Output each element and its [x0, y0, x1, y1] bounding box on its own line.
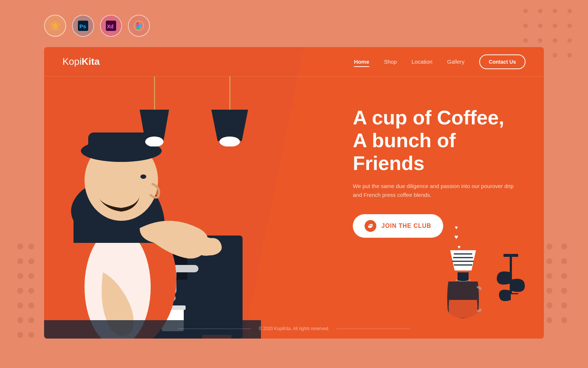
heart-small2: ♥ [458, 244, 460, 250]
svg-point-29 [28, 332, 34, 338]
svg-point-26 [17, 317, 23, 323]
footer: © 2020 KopiKita. All rights reserved. [178, 326, 410, 331]
svg-point-18 [17, 258, 23, 264]
svg-point-51 [136, 26, 139, 29]
svg-point-34 [546, 273, 552, 279]
svg-marker-56 [211, 110, 248, 141]
carafe [445, 272, 481, 320]
hero-subtitle: We put the same due diligence and passio… [353, 182, 514, 199]
svg-point-5 [538, 24, 542, 28]
svg-point-78 [367, 223, 373, 229]
lamp-1-shade [132, 110, 176, 146]
svg-point-35 [561, 273, 567, 279]
svg-marker-54 [140, 110, 169, 141]
svg-point-7 [567, 24, 572, 28]
pour-over-illustration: ♥ ♥ ♥ [445, 250, 481, 320]
nav-location[interactable]: Location [412, 59, 433, 65]
nav-home[interactable]: Home [354, 59, 369, 65]
figma-icon[interactable] [128, 15, 150, 37]
photoshop-icon[interactable]: Ps [72, 15, 94, 37]
coffee-bean-icon [365, 220, 376, 232]
svg-marker-79 [450, 250, 476, 270]
lamps [132, 77, 254, 146]
svg-point-32 [546, 258, 552, 264]
lamp-2 [206, 77, 254, 146]
svg-point-33 [561, 258, 567, 264]
svg-point-4 [523, 24, 528, 28]
heart-medium: ♥ [454, 233, 458, 241]
svg-point-8 [523, 38, 528, 43]
footer-line-left [178, 329, 251, 329]
lamp-1 [132, 77, 176, 146]
sketch-icon[interactable] [44, 15, 66, 37]
hero-title-line2: A bunch of Friends [353, 129, 456, 174]
svg-point-1 [538, 9, 542, 13]
svg-text:Xd: Xd [107, 24, 114, 29]
contact-button[interactable]: Contact Us [479, 54, 526, 69]
svg-point-39 [561, 302, 567, 308]
lamp-1-cord [154, 77, 155, 110]
logo-text-first: Kopi [62, 56, 82, 67]
svg-point-9 [538, 38, 542, 43]
svg-marker-43 [52, 23, 58, 29]
svg-point-15 [567, 53, 572, 57]
logo[interactable]: KopiKita [62, 56, 100, 67]
svg-point-28 [17, 332, 23, 338]
svg-point-21 [28, 273, 34, 279]
svg-point-36 [546, 288, 552, 294]
svg-text:Ps: Ps [79, 23, 86, 29]
dripper-top [447, 250, 480, 272]
hero-text: A cup of Coffee, A bunch of Friends We p… [353, 106, 514, 238]
hearts: ♥ ♥ ♥ [452, 224, 460, 250]
nav-gallery[interactable]: Gallery [447, 59, 465, 65]
svg-point-37 [561, 288, 567, 294]
tool-icons-bar: Ps Xd [44, 15, 150, 37]
svg-rect-84 [458, 272, 469, 282]
heart-small: ♥ [455, 224, 458, 230]
svg-point-17 [28, 244, 34, 250]
xd-icon[interactable]: Xd [100, 15, 122, 37]
svg-point-30 [546, 244, 552, 250]
plant-illustration [496, 254, 526, 320]
join-club-label: JOIN THE CLUB [381, 223, 431, 229]
svg-rect-85 [503, 254, 518, 257]
svg-point-16 [17, 244, 23, 250]
hero-area: A cup of Coffee, A bunch of Friends We p… [44, 77, 544, 339]
logo-text-second: Kita [82, 56, 100, 67]
lamp-2-shade [206, 110, 254, 146]
svg-point-41 [561, 317, 567, 323]
nav-links: Home Shop Location Gallery Contact Us [354, 54, 526, 69]
svg-point-0 [523, 9, 528, 13]
svg-point-27 [28, 317, 34, 323]
svg-point-20 [17, 273, 23, 279]
svg-point-14 [553, 53, 557, 57]
lamp-2-cord [229, 77, 230, 110]
footer-line-right [337, 329, 410, 329]
svg-point-23 [28, 288, 34, 294]
copyright-text: © 2020 KopiKita. All rights reserved. [259, 326, 329, 331]
hero-title-line1: A cup of Coffee, [353, 106, 504, 128]
svg-point-55 [145, 137, 164, 146]
svg-point-2 [553, 9, 557, 13]
svg-point-76 [140, 174, 146, 179]
svg-point-38 [546, 302, 552, 308]
navbar: KopiKita Home Shop Location Gallery Cont… [44, 47, 544, 77]
nav-shop[interactable]: Shop [384, 59, 397, 65]
svg-point-19 [28, 258, 34, 264]
svg-point-10 [553, 38, 557, 43]
bottom-illustrations: ♥ ♥ ♥ [445, 250, 526, 320]
svg-point-57 [219, 137, 240, 146]
svg-point-6 [553, 24, 557, 28]
svg-point-11 [567, 38, 572, 43]
svg-point-3 [567, 9, 572, 13]
svg-point-24 [17, 302, 23, 308]
svg-point-22 [17, 288, 23, 294]
svg-point-53 [139, 24, 141, 27]
svg-point-31 [561, 244, 567, 250]
svg-point-40 [546, 317, 552, 323]
hero-title: A cup of Coffee, A bunch of Friends [353, 106, 514, 174]
svg-point-25 [28, 302, 34, 308]
join-club-button[interactable]: JOIN THE CLUB [353, 214, 443, 238]
website-frame: KopiKita Home Shop Location Gallery Cont… [44, 47, 544, 339]
